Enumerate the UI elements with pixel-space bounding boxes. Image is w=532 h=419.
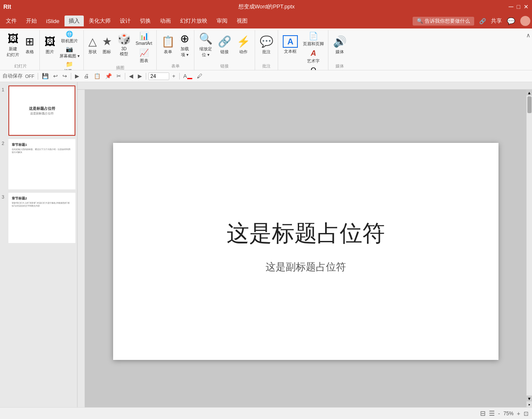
slide-preview-3[interactable]: 章节标题2 请参考幻灯片上的"演讲者",对该幻灯片进行修改,并根据您的"感知"以… (8, 193, 75, 243)
slide-panel: 1 这是标题占位符 这是副标题占位符 2 章节标题1 在此处输入您的副标题。通过… (0, 82, 77, 419)
album-button[interactable]: 📁 相册 ▾ (58, 60, 81, 70)
zoom-in-button[interactable]: + (517, 410, 520, 417)
smartart-button[interactable]: 📊 SmartArt (134, 31, 154, 46)
menu-design[interactable]: 设计 (116, 16, 135, 26)
shapes-button[interactable]: △ 形状 (86, 30, 99, 59)
close-button[interactable]: ✕ (524, 3, 529, 10)
next-slide-button[interactable]: ▶ (136, 72, 144, 80)
scrollbar-vertical[interactable]: ▲ ▼ ▸ ▾ (526, 90, 532, 413)
paste-button[interactable]: 📌 (103, 72, 114, 80)
link-button[interactable]: 🔗 链接 (216, 30, 233, 59)
font-color-button[interactable]: A (182, 72, 194, 80)
font-size-input[interactable] (148, 72, 169, 80)
textbox-button[interactable]: A 文本框 (281, 30, 300, 59)
chat-icon[interactable]: 💬 (507, 17, 515, 25)
table-label: 表格 (26, 49, 34, 55)
menu-file[interactable]: 文件 (2, 16, 21, 26)
menu-islide[interactable]: iSlide (42, 16, 64, 26)
slide-thumb-2[interactable]: 2 章节标题1 在此处输入您的副标题。通过以下几个方面介绍：以及如何利用该方式解… (2, 139, 75, 189)
chart-button[interactable]: 📈 图表 (134, 48, 154, 64)
smartart-label: SmartArt (136, 41, 152, 46)
window-title: 想变成Word的PPT.pptx (24, 3, 509, 10)
online-image-icon: 🌐 (66, 31, 73, 37)
3d-model-button[interactable]: 🎲 3D模型 (115, 30, 133, 59)
wordart-button[interactable]: A 艺术字 (301, 49, 325, 65)
status-bar: ⊟ ☰ - 75% + ⊡ (0, 407, 532, 419)
menu-transitions[interactable]: 切换 (136, 16, 155, 26)
menu-slideshow[interactable]: 幻灯片放映 (176, 16, 212, 26)
ribbon-collapse-button[interactable]: ∧ (524, 30, 532, 40)
prev-slide-button[interactable]: ◀ (127, 72, 135, 80)
screenshot-button[interactable]: 📷 屏幕截图 ▾ (58, 45, 81, 59)
outline-view-button[interactable]: ☰ (489, 409, 495, 417)
share-label[interactable]: 共享 (491, 17, 502, 25)
ribbon-group-comment: 💬 批注 批注 (255, 30, 278, 70)
cut-button[interactable]: ✂ (115, 72, 123, 80)
screenshot-icon: 📷 (66, 46, 73, 52)
minimize-button[interactable]: ─ (509, 3, 513, 10)
symbol-button[interactable]: Ω 符号 (301, 66, 325, 70)
slide-subtitle[interactable]: 这是副标题占位符 (113, 260, 498, 274)
scroll-v-up[interactable]: ▲ (527, 90, 532, 96)
shapes-label: 形状 (88, 49, 97, 55)
icons-label: 图标 (103, 49, 111, 55)
slide-thumb-1[interactable]: 1 这是标题占位符 这是副标题占位符 (2, 85, 75, 136)
menu-beautify[interactable]: 美化大师 (85, 16, 115, 26)
comment-button[interactable]: 💬 批注 (258, 30, 275, 59)
menu-review[interactable]: 审阅 (212, 16, 232, 26)
share-icon: 🔗 (479, 18, 486, 24)
shapes-group-label: 插图 (116, 64, 124, 70)
user-avatar[interactable] (520, 16, 530, 26)
header-footer-button[interactable]: 📄 页眉和页脚 (301, 31, 325, 47)
slide-number-2: 2 (2, 141, 7, 146)
ruler-vertical (77, 90, 85, 413)
menu-insert[interactable]: 插入 (65, 16, 84, 26)
action-button[interactable]: ⚡ 动作 (235, 30, 252, 59)
media-button[interactable]: 🔊 媒体 (331, 30, 349, 59)
sep1 (38, 73, 38, 80)
highlight-button[interactable]: 🖊 (195, 72, 204, 80)
scroll-v-thumb[interactable] (527, 96, 532, 113)
slide-thumb-3[interactable]: 3 章节标题2 请参考幻灯片上的"演讲者",对该幻灯片进行修改,并根据您的"感知… (2, 193, 75, 243)
slide-preview-2[interactable]: 章节标题1 在此处输入您的副标题。通过以下几个方面介绍：以及如何利用该方式解决 (8, 139, 75, 189)
print-button[interactable]: 🖨 (82, 72, 91, 80)
zoom-button[interactable]: 🔍 缩放定位 ▾ (197, 30, 214, 59)
redo-button[interactable]: ↪ (61, 72, 69, 80)
new-slide-button[interactable]: 🖼 新建幻灯片 (4, 30, 22, 59)
zoom-level: 75% (504, 411, 514, 416)
menu-home[interactable]: 开始 (22, 16, 41, 26)
comment-label: 批注 (262, 49, 271, 55)
ribbon-content: 🖼 新建幻灯片 ⊞ 表格 幻灯片 🖼 图片 🌐 (0, 28, 532, 70)
slide2-section: 章节标题1 (12, 142, 72, 147)
search-box[interactable]: 🔍 告诉我你想要做什么 (413, 17, 474, 26)
title-bar: RIt 想变成Word的PPT.pptx ─ □ ✕ (0, 0, 532, 13)
image-button[interactable]: 🖼 图片 (42, 30, 57, 59)
save-button[interactable]: 💾 (40, 72, 50, 80)
textbox-icon: A (283, 35, 298, 48)
table-button[interactable]: ⊞ 表格 (23, 30, 37, 59)
form-button[interactable]: 📋 表单 (159, 30, 177, 59)
action-label: 动作 (239, 49, 248, 55)
ruler-horizontal: // Ruler ticks drawn via CSS (77, 82, 532, 90)
icons-button[interactable]: ★ 图标 (100, 30, 114, 59)
menu-animations[interactable]: 动画 (156, 16, 175, 26)
menu-right-area: 🔍 告诉我你想要做什么 🔗 共享 💬 (413, 16, 530, 26)
form-icon: 📋 (161, 35, 175, 48)
copy-button[interactable]: 📋 (92, 72, 102, 80)
autosave-toggle[interactable]: OFF (24, 74, 36, 79)
addon-button[interactable]: ⊕ 加载项 ▾ (178, 30, 191, 59)
slide-view-button[interactable]: ⊟ (480, 409, 486, 417)
menu-view[interactable]: 视图 (232, 16, 252, 26)
font-size-up[interactable]: + (170, 72, 177, 80)
scroll-v-down[interactable]: ▼ (527, 396, 532, 401)
fit-button[interactable]: ⊡ (524, 410, 529, 417)
slide-preview-1[interactable]: 这是标题占位符 这是副标题占位符 (8, 85, 75, 136)
symbol-icon: Ω (311, 66, 316, 70)
undo-button[interactable]: ↩ (52, 72, 59, 80)
maximize-button[interactable]: □ (517, 3, 520, 10)
present-button[interactable]: ▶ (73, 72, 81, 80)
zoom-out-button[interactable]: - (498, 410, 500, 417)
online-image-button[interactable]: 🌐 联机图片 (58, 30, 81, 44)
canvas-area[interactable]: 这是标题占位符 这是副标题占位符 (85, 90, 526, 413)
slide-main-title[interactable]: 这是标题占位符 (113, 218, 498, 249)
